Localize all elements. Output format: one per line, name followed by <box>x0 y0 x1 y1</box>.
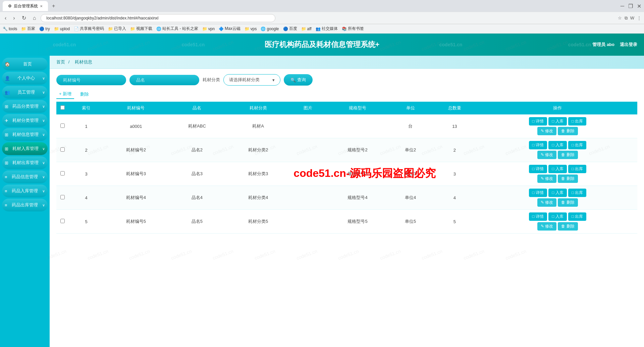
sidebar-item-drug-out[interactable]: ≡ 药品出库管理 ∨ <box>2 199 48 211</box>
back-button[interactable]: ‹ <box>3 14 8 22</box>
detail-button[interactable]: □ 详情 <box>529 165 547 173</box>
bookmark-video[interactable]: 📁 视频下载 <box>130 26 152 32</box>
menu-icon[interactable]: ⋮ <box>637 15 641 21</box>
out-button[interactable]: □ 出库 <box>568 117 587 126</box>
detail-button[interactable]: □ 详情 <box>529 189 547 197</box>
bookmark-baijia[interactable]: 📁 百家 <box>21 26 35 32</box>
bookmark-google[interactable]: 🌐 google <box>261 27 279 31</box>
breadcrumb-home[interactable]: 首页 <box>56 59 65 64</box>
breadcrumb-separator: / <box>68 59 70 64</box>
row-checkbox[interactable] <box>60 147 65 152</box>
address-input[interactable] <box>41 14 275 22</box>
edit-button[interactable]: ✎ 修改 <box>537 198 556 207</box>
in-button[interactable]: □ 入库 <box>548 165 567 173</box>
select-all-checkbox[interactable] <box>60 105 65 110</box>
forward-button[interactable]: › <box>11 14 17 22</box>
home-button[interactable]: ⌂ <box>31 14 38 22</box>
drug-in-icon: ≡ <box>5 189 7 194</box>
edit-button[interactable]: ✎ 修改 <box>537 127 556 135</box>
in-button[interactable]: □ 入库 <box>548 212 567 221</box>
sidebar-item-home[interactable]: 🏠 首页 <box>2 58 48 70</box>
out-button[interactable]: □ 出库 <box>568 141 587 149</box>
close-window-icon[interactable]: ✕ <box>637 3 641 9</box>
restore-icon[interactable]: ❐ <box>628 3 633 9</box>
bookmark-social[interactable]: 👥 社交媒体 <box>316 26 338 32</box>
bookmark-max[interactable]: 🔷 Max云磁 <box>219 26 240 32</box>
bookmark-imported[interactable]: 📁 已导入 <box>108 26 126 32</box>
extension-icon[interactable]: ⧉ <box>625 15 628 21</box>
chevron-down-icon-2: ∨ <box>42 90 45 95</box>
detail-button[interactable]: □ 详情 <box>529 117 547 126</box>
sidebar-item-drug-info[interactable]: ≡ 药品信息管理 ∨ <box>2 170 48 183</box>
detail-button[interactable]: □ 详情 <box>529 212 547 221</box>
bookmark-try[interactable]: 🔵 try <box>39 27 50 31</box>
delete-row-button[interactable]: 🗑 删除 <box>558 127 578 135</box>
bookmark-vpn[interactable]: 📁 vpn <box>202 27 215 31</box>
row-checkbox[interactable] <box>60 123 65 128</box>
reload-button[interactable]: ↻ <box>20 14 28 22</box>
active-tab[interactable]: ⚙ 后台管理系统 ✕ <box>3 1 48 11</box>
out-button[interactable]: □ 出库 <box>568 189 587 197</box>
product-name-input[interactable] <box>129 75 199 85</box>
in-button[interactable]: □ 入库 <box>548 141 567 149</box>
tab-close-button[interactable]: ✕ <box>40 4 43 8</box>
cell-unit: 台 <box>389 114 431 138</box>
bookmark-baidu[interactable]: 🔵 百度 <box>283 26 297 32</box>
delete-button[interactable]: 删除 <box>77 90 92 99</box>
address-bar-row: ‹ › ↻ ⌂ ☆ ⧉ W ⋮ <box>0 12 644 24</box>
bookmark-star-icon[interactable]: ☆ <box>618 15 622 21</box>
delete-row-button[interactable]: 🗑 删除 <box>558 198 578 207</box>
bookmark-all[interactable]: 📚 所有书签 <box>342 26 364 32</box>
delete-row-button[interactable]: 🗑 删除 <box>558 175 578 183</box>
row-checkbox[interactable] <box>60 195 65 199</box>
header-supply-no: 耗材编号 <box>104 102 168 114</box>
app-wrapper: code51.cncode51.cncode51.cncode51.cncode… <box>0 34 644 347</box>
header-category: 耗材分类 <box>226 102 290 114</box>
edit-button[interactable]: ✎ 修改 <box>537 175 556 183</box>
home-icon: 🏠 <box>5 62 10 67</box>
new-tab-button[interactable]: + <box>49 2 58 10</box>
cell-image <box>290 138 326 162</box>
query-button[interactable]: 🔍 查询 <box>284 74 313 86</box>
in-button[interactable]: □ 入库 <box>548 189 567 197</box>
category-select[interactable]: 请选择耗材分类 ▾ <box>223 74 280 86</box>
delete-row-button[interactable]: 🗑 删除 <box>558 222 578 231</box>
cell-name: 品名4 <box>168 186 226 210</box>
bookmark-shared-pwd[interactable]: 📄 共享账号密码 <box>74 26 104 32</box>
delete-row-button[interactable]: 🗑 删除 <box>558 151 578 159</box>
profile-icon[interactable]: W <box>630 15 634 21</box>
sidebar-item-drug-in[interactable]: ≡ 药品入库管理 ∨ <box>2 185 48 197</box>
cell-model: 规格型号4 <box>326 186 389 210</box>
minimize-icon[interactable]: ─ <box>621 3 624 9</box>
out-button[interactable]: □ 出库 <box>568 212 587 221</box>
row-checkbox[interactable] <box>60 171 65 176</box>
logout-button[interactable]: 退出登录 <box>620 42 637 48</box>
in-button[interactable]: □ 入库 <box>548 117 567 126</box>
sidebar-item-personal[interactable]: 👤 个人中心 ∨ <box>2 72 48 85</box>
cell-model: 规格型号5 <box>326 210 389 234</box>
sidebar-item-supply-info[interactable]: ⊞ 耗材信息管理 ∨ <box>2 128 48 141</box>
out-button[interactable]: □ 出库 <box>568 165 587 173</box>
bookmark-tools[interactable]: 🔧 tools <box>3 27 17 31</box>
sidebar-item-supply-category[interactable]: ✈ 耗材分类管理 ∨ <box>2 114 48 127</box>
detail-button[interactable]: □ 详情 <box>529 141 547 149</box>
bookmark-tools2[interactable]: 🌐 站长工具 - 站长之家 <box>156 26 198 32</box>
supply-no-input[interactable] <box>56 75 126 85</box>
bookmark-aff[interactable]: 📁 aff <box>301 27 312 31</box>
bookmark-vps[interactable]: 📁 vps <box>245 27 257 31</box>
table-wrapper: 索引 耗材编号 品名 耗材分类 图片 规格型号 单位 总数量 操作 <box>50 102 644 234</box>
edit-button[interactable]: ✎ 修改 <box>537 222 556 231</box>
sidebar-item-employee[interactable]: 👥 员工管理 ∨ <box>2 86 48 99</box>
header-unit: 单位 <box>389 102 431 114</box>
add-button[interactable]: + 新增 <box>56 90 74 99</box>
header-checkbox-col <box>56 102 68 114</box>
sidebar-item-drug-category[interactable]: ⊞ 药品分类管理 ∨ <box>2 100 48 113</box>
edit-button[interactable]: ✎ 修改 <box>537 151 556 159</box>
sidebar-item-supply-out[interactable]: ⊞ 耗材出库管理 ∨ <box>2 156 48 169</box>
row-checkbox[interactable] <box>60 219 65 223</box>
main-content: 首页 / 耗材信息 耗材分类 请选择耗材分类 ▾ 🔍 查询 <box>50 56 644 347</box>
sidebar-drug-info-label: 药品信息管理 <box>12 174 38 180</box>
bookmarks-bar: 🔧 tools 📁 百家 🔵 try 📁 uplod 📄 共享账号密码 📁 已导… <box>0 24 644 34</box>
sidebar-item-supply-in[interactable]: ⊞ 耗材入库管理 ∨ <box>2 142 48 155</box>
bookmark-uplod[interactable]: 📁 uplod <box>54 27 70 31</box>
